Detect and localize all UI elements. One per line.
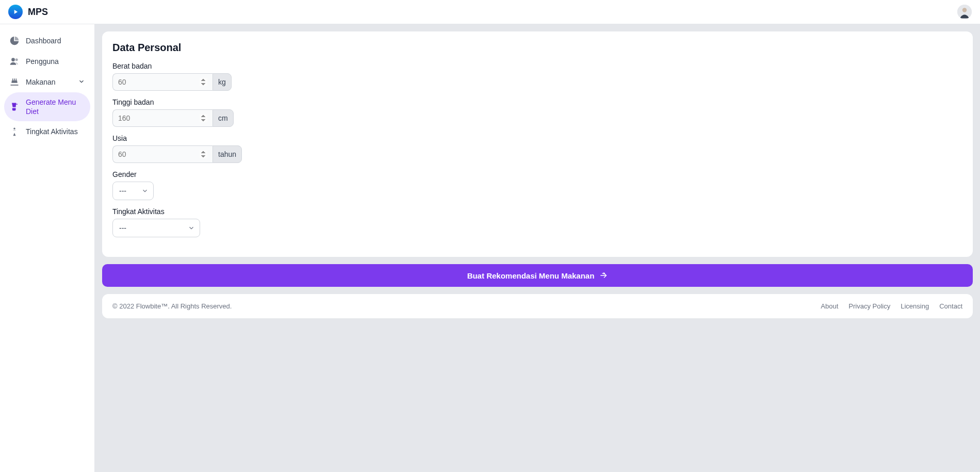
svg-point-1 — [962, 8, 967, 12]
app-name: MPS — [28, 7, 48, 18]
svg-point-3 — [15, 58, 18, 61]
pie-chart-icon — [9, 36, 20, 46]
footer-link-privacy[interactable]: Privacy Policy — [848, 302, 890, 310]
svg-rect-4 — [12, 78, 13, 80]
main-content: Data Personal Berat badan kg Tinggi bada… — [95, 24, 980, 472]
blender-icon — [9, 102, 20, 112]
footer-link-contact[interactable]: Contact — [939, 302, 962, 310]
users-icon — [9, 56, 20, 67]
sidebar-item-tingkat-aktivitas[interactable]: Tingkat Aktivitas — [4, 121, 90, 142]
avatar[interactable] — [957, 5, 972, 19]
sidebar-item-label: Pengguna — [26, 57, 85, 66]
food-icon — [9, 77, 20, 87]
sidebar-item-label: Makanan — [26, 77, 72, 87]
chevron-down-icon — [78, 78, 85, 87]
weight-label: Berat badan — [112, 62, 962, 70]
sidebar-item-label: Generate Menu Diet — [26, 97, 85, 116]
footer: © 2022 Flowbite™. All Rights Reserved. A… — [102, 294, 973, 318]
gender-label: Gender — [112, 170, 962, 178]
age-row: Usia tahun — [112, 134, 962, 163]
sidebar-item-label: Tingkat Aktivitas — [26, 127, 85, 136]
brand[interactable]: MPS — [8, 5, 48, 19]
footer-link-about[interactable]: About — [821, 302, 838, 310]
weight-row: Berat badan kg — [112, 62, 962, 91]
activity-row: Tingkat Aktivitas --- — [112, 207, 962, 237]
card-title: Data Personal — [112, 42, 962, 54]
activity-select[interactable]: --- — [112, 219, 200, 237]
sidebar-item-makanan[interactable]: Makanan — [4, 72, 90, 92]
generate-button-label: Buat Rekomendasi Menu Makanan — [467, 271, 595, 280]
height-unit: cm — [213, 109, 234, 127]
height-label: Tinggi badan — [112, 98, 962, 106]
svg-rect-6 — [16, 78, 17, 80]
age-unit: tahun — [213, 145, 242, 163]
sidebar: Dashboard Pengguna Makanan Generate Menu… — [0, 24, 95, 472]
sidebar-item-dashboard[interactable]: Dashboard — [4, 30, 90, 51]
activity-label: Tingkat Aktivitas — [112, 207, 962, 216]
arrow-right-icon — [599, 271, 608, 280]
footer-copyright: © 2022 Flowbite™. All Rights Reserved. — [112, 302, 232, 310]
footer-link-licensing[interactable]: Licensing — [901, 302, 929, 310]
generate-button[interactable]: Buat Rekomendasi Menu Makanan — [102, 264, 973, 287]
weight-input[interactable] — [112, 73, 213, 91]
sidebar-item-label: Dashboard — [26, 36, 85, 45]
age-label: Usia — [112, 134, 962, 142]
activity-icon — [9, 126, 20, 137]
sidebar-item-generate-menu-diet[interactable]: Generate Menu Diet — [4, 92, 90, 121]
gender-row: Gender --- — [112, 170, 962, 200]
svg-point-7 — [13, 128, 15, 129]
age-input[interactable] — [112, 145, 213, 163]
height-row: Tinggi badan cm — [112, 98, 962, 127]
svg-rect-5 — [14, 78, 15, 80]
sidebar-item-pengguna[interactable]: Pengguna — [4, 51, 90, 72]
topbar: MPS — [0, 0, 980, 24]
personal-data-card: Data Personal Berat badan kg Tinggi bada… — [102, 31, 973, 257]
weight-unit: kg — [213, 73, 232, 91]
height-input[interactable] — [112, 109, 213, 127]
brand-logo-icon — [8, 5, 23, 19]
footer-links: About Privacy Policy Licensing Contact — [821, 302, 962, 310]
svg-point-2 — [11, 58, 15, 61]
gender-select[interactable]: --- — [112, 182, 154, 200]
